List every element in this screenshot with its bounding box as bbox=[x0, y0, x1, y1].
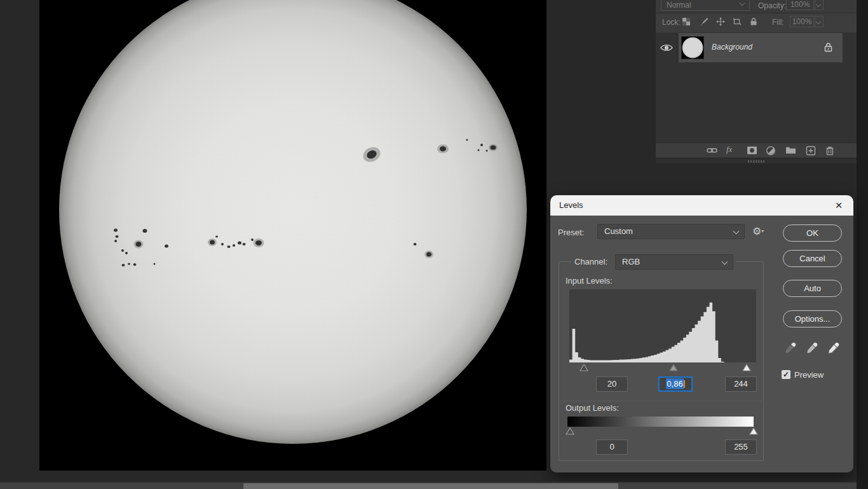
input-levels-label: Input Levels: bbox=[566, 276, 613, 286]
gear-icon: ⚙ bbox=[752, 226, 761, 237]
layer-style-fx-icon[interactable]: fx bbox=[726, 144, 737, 155]
gamma-input-field[interactable]: 0,86 bbox=[658, 376, 693, 392]
gray-point-eyedropper-icon[interactable] bbox=[806, 341, 820, 357]
layer-row-background[interactable]: Background bbox=[656, 33, 857, 62]
photoshop-workspace: { "layers_panel": { "blend_mode": "Norma… bbox=[0, 0, 868, 489]
layer-name: Background bbox=[712, 43, 752, 52]
panel-resize-grip[interactable] bbox=[656, 158, 857, 163]
highlight-input-field[interactable]: 244 bbox=[725, 376, 757, 392]
shadow-input-field[interactable]: 20 bbox=[596, 376, 628, 392]
auto-button[interactable]: Auto bbox=[783, 280, 842, 297]
horizontal-scrollbar[interactable] bbox=[0, 482, 857, 489]
output-high-field[interactable]: 255 bbox=[725, 439, 757, 455]
preset-options-gear-button[interactable]: ⚙▾ bbox=[752, 225, 769, 239]
selected-layer-highlight: Background bbox=[679, 33, 843, 62]
dialog-title: Levels bbox=[559, 200, 583, 210]
output-white-slider[interactable] bbox=[749, 427, 758, 435]
channel-label: Channel: bbox=[574, 257, 607, 266]
close-icon[interactable]: × bbox=[831, 197, 847, 214]
channel-value: RGB bbox=[622, 257, 640, 266]
lock-artboard-icon[interactable] bbox=[733, 17, 743, 27]
chevron-down-icon bbox=[740, 1, 745, 6]
layer-visibility-toggle[interactable] bbox=[656, 33, 677, 62]
lock-paint-brush-icon[interactable] bbox=[700, 17, 710, 27]
document-canvas[interactable] bbox=[39, 0, 546, 471]
white-point-eyedropper-icon[interactable] bbox=[827, 341, 841, 357]
sun-image bbox=[39, 0, 546, 471]
selected-text: 0,86 bbox=[666, 378, 683, 389]
dialog-titlebar[interactable]: Levels × bbox=[550, 195, 853, 216]
preview-checkbox[interactable]: ✓ bbox=[782, 370, 790, 379]
chevron-down-icon bbox=[816, 2, 821, 7]
scrollbar-thumb[interactable] bbox=[243, 483, 618, 489]
fill-dropdown[interactable] bbox=[815, 16, 824, 27]
output-gradient-bar bbox=[567, 417, 754, 427]
caret-down-icon: ▾ bbox=[761, 228, 764, 234]
channel-row: Channel: RGB bbox=[572, 254, 736, 270]
shadow-input-slider[interactable] bbox=[580, 364, 588, 371]
lock-all-icon[interactable] bbox=[749, 17, 759, 27]
output-low-field[interactable]: 0 bbox=[596, 439, 628, 455]
chevron-down-icon bbox=[816, 19, 821, 24]
link-layers-icon[interactable] bbox=[707, 146, 717, 156]
lock-transparency-icon[interactable] bbox=[682, 17, 692, 27]
black-point-eyedropper-icon[interactable] bbox=[784, 341, 798, 357]
fill-value[interactable]: 100% bbox=[790, 16, 814, 27]
channel-select[interactable]: RGB bbox=[615, 254, 733, 270]
gamma-input-slider[interactable] bbox=[669, 364, 678, 371]
window-edge bbox=[857, 0, 868, 489]
preset-select[interactable]: Custom bbox=[597, 224, 745, 239]
output-levels-label: Output Levels: bbox=[566, 403, 619, 413]
preset-label: Preset: bbox=[558, 228, 584, 237]
fill-label: Fill: bbox=[772, 18, 784, 27]
preset-value: Custom bbox=[604, 226, 633, 236]
solar-disk bbox=[59, 0, 527, 444]
lock-move-icon[interactable] bbox=[716, 17, 726, 27]
check-icon: ✓ bbox=[783, 370, 789, 379]
opacity-dropdown[interactable] bbox=[815, 0, 824, 10]
section-divider bbox=[560, 401, 761, 401]
chevron-down-icon bbox=[733, 228, 740, 235]
grip-dots-icon bbox=[748, 160, 764, 163]
adjustment-layer-icon[interactable] bbox=[766, 146, 776, 156]
preview-label: Preview bbox=[794, 370, 824, 380]
levels-dialog: Levels × Preset: Custom ⚙▾ OK Cancel Aut… bbox=[550, 195, 853, 472]
layer-thumbnail[interactable] bbox=[681, 36, 704, 59]
new-group-folder-icon[interactable] bbox=[785, 146, 796, 156]
opacity-value[interactable]: 100% bbox=[786, 0, 814, 10]
delete-layer-trash-icon[interactable] bbox=[825, 146, 836, 156]
lock-label: Lock: bbox=[662, 18, 681, 27]
output-black-slider[interactable] bbox=[566, 427, 574, 435]
background-lock-icon[interactable] bbox=[824, 42, 833, 54]
layers-panel-toolbar: fx bbox=[656, 142, 857, 158]
add-layer-mask-icon[interactable] bbox=[747, 146, 757, 156]
blend-mode-row: Normal Opacity: 100% bbox=[656, 0, 857, 13]
highlight-input-slider[interactable] bbox=[742, 364, 751, 371]
cancel-button[interactable]: Cancel bbox=[783, 250, 842, 267]
options-button[interactable]: Options... bbox=[783, 310, 842, 327]
blend-mode-value: Normal bbox=[667, 1, 691, 10]
layers-list: Background bbox=[656, 32, 857, 142]
dialog-body: Preset: Custom ⚙▾ OK Cancel Auto Options… bbox=[550, 216, 853, 472]
layers-panel: Normal Opacity: 100% Lock: Fill: 100% bbox=[656, 0, 857, 158]
ok-button[interactable]: OK bbox=[783, 224, 842, 242]
blend-mode-select[interactable]: Normal bbox=[661, 0, 750, 11]
new-layer-icon[interactable] bbox=[806, 146, 817, 156]
histogram bbox=[569, 289, 756, 362]
text-caret bbox=[684, 380, 685, 388]
eye-icon bbox=[660, 43, 673, 52]
chevron-down-icon bbox=[722, 259, 728, 265]
opacity-label: Opacity: bbox=[758, 1, 786, 10]
lock-row: Lock: Fill: 100% bbox=[656, 13, 857, 32]
